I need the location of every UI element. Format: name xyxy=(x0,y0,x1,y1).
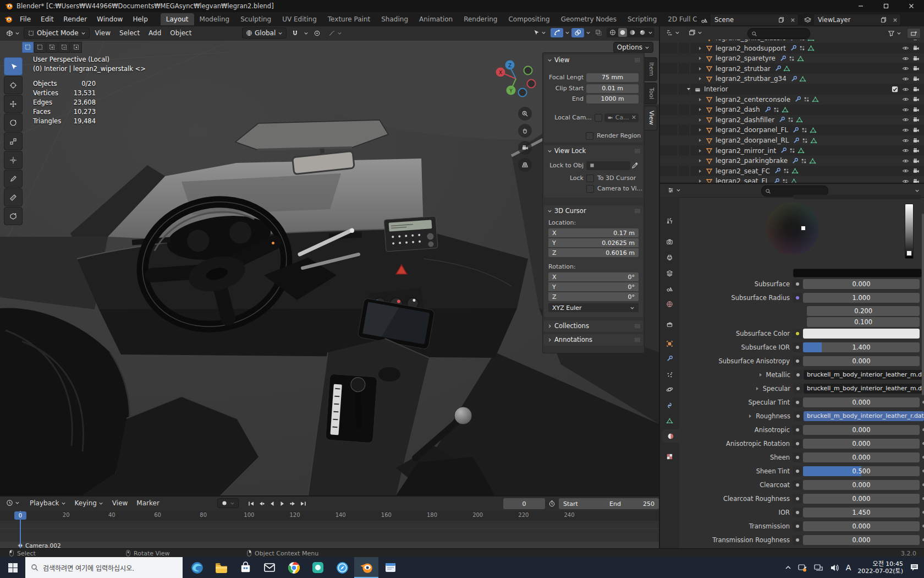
disable-camera-icon[interactable] xyxy=(912,127,920,134)
disable-camera-icon[interactable] xyxy=(912,65,920,72)
menu-window[interactable]: Window xyxy=(92,14,128,25)
properties-tab-modifiers[interactable] xyxy=(660,352,679,365)
outliner-item-label[interactable]: legran2_grille_classic xyxy=(716,40,786,42)
outliner-item-label[interactable]: legran2_sparetyre xyxy=(716,54,776,62)
render-region-checkbox[interactable] xyxy=(586,132,593,140)
rotation-mode-dropdown[interactable]: XYZ Euler xyxy=(548,303,639,312)
cursor-rotation-y-field[interactable]: Y0° xyxy=(548,282,639,291)
hide-eye-icon[interactable] xyxy=(902,45,909,52)
disable-camera-icon[interactable] xyxy=(912,40,920,42)
timeline-menu-keying[interactable]: Keying xyxy=(70,498,108,509)
hide-eye-icon[interactable] xyxy=(902,127,909,134)
property-field-value[interactable]: 0.200 xyxy=(807,306,920,316)
view-panel-header[interactable]: View⣿⣿ xyxy=(544,54,643,66)
tab-shading[interactable]: Shading xyxy=(376,13,414,25)
maximize-button[interactable] xyxy=(873,0,899,12)
expand-arrow-icon[interactable] xyxy=(698,138,702,143)
socket-button[interactable] xyxy=(793,279,802,289)
expand-arrow-icon[interactable] xyxy=(698,149,702,153)
pen-settings-icon[interactable] xyxy=(798,563,807,572)
measure-tool-button[interactable] xyxy=(4,188,23,206)
sidebar-tab-tool[interactable]: Tool xyxy=(645,83,657,104)
pan-button[interactable] xyxy=(518,124,532,138)
taskbar-app-win-app[interactable] xyxy=(378,557,403,578)
tab-compositing[interactable]: Compositing xyxy=(503,13,555,25)
perspective-toggle-button[interactable] xyxy=(518,158,532,172)
current-frame-indicator[interactable]: 0 xyxy=(14,511,26,520)
property-field-value[interactable]: 0.100 xyxy=(807,317,920,327)
expand-arrow-icon[interactable] xyxy=(698,107,702,112)
expand-arrow-icon[interactable] xyxy=(758,373,763,377)
property-field-specular-tint[interactable]: 0.000 xyxy=(803,397,920,407)
outliner-row[interactable]: Interior xyxy=(660,84,924,94)
outliner-editor-button[interactable] xyxy=(663,28,683,37)
timeline-editor-button[interactable] xyxy=(3,498,23,508)
outliner-item-label[interactable]: legran2_dash xyxy=(716,106,760,113)
tweak-tool-button[interactable] xyxy=(4,57,23,75)
shading-rendered-button[interactable] xyxy=(638,28,647,37)
taskbar-app-chrome[interactable] xyxy=(282,557,306,578)
mode-dropdown[interactable]: Object Mode xyxy=(24,28,90,39)
outliner-row[interactable]: legran2_doorpanel_FL xyxy=(660,125,924,135)
lock-object-field[interactable] xyxy=(586,161,630,170)
volume-icon[interactable] xyxy=(830,563,839,572)
transform-orientation-dropdown[interactable]: Global xyxy=(242,28,287,39)
sidebar-tab-view[interactable]: View xyxy=(645,106,657,130)
taskbar-app-blue-app[interactable] xyxy=(330,557,354,578)
outliner-item-label[interactable]: legran2_mirror_int xyxy=(716,147,776,155)
socket-button[interactable] xyxy=(793,452,802,462)
viewport-menu-view[interactable]: View xyxy=(91,28,115,39)
outliner-row[interactable]: legran2_seat_FC xyxy=(660,166,924,176)
menu-render[interactable]: Render xyxy=(58,14,92,25)
collections-header[interactable]: Collections⣿⣿ xyxy=(544,320,643,331)
outliner-item-label[interactable]: legran2_hoodsupport xyxy=(716,45,786,52)
tab-rendering[interactable]: Rendering xyxy=(458,13,503,25)
disable-camera-icon[interactable] xyxy=(912,96,920,103)
cursor-tool-button[interactable] xyxy=(4,76,23,94)
ime-indicator[interactable]: A xyxy=(846,563,851,572)
expand-arrow-icon[interactable] xyxy=(698,67,702,71)
property-field-subsurface[interactable]: 0.000 xyxy=(803,279,920,289)
eyedropper-icon[interactable] xyxy=(631,162,639,169)
socket-button[interactable] xyxy=(793,370,803,380)
clip-end-field[interactable]: 1000 m xyxy=(586,95,639,103)
cursor-rotation-x-field[interactable]: X0° xyxy=(548,272,639,281)
outliner-row[interactable]: legran2_dashfiller xyxy=(660,115,924,125)
shading-material-button[interactable] xyxy=(628,28,637,37)
socket-button[interactable] xyxy=(793,521,802,531)
timeline-ruler[interactable]: 20406080100120140160180200220240 xyxy=(0,511,659,521)
focal-length-field[interactable]: 75 mm xyxy=(586,73,639,82)
property-field-subsurface-ior[interactable]: 1.400 xyxy=(803,342,920,352)
property-field-clearcoat[interactable]: 0.000 xyxy=(803,480,920,490)
taskbar-app-store[interactable] xyxy=(233,557,257,578)
value-slider[interactable] xyxy=(905,204,914,259)
timeline-tracks[interactable] xyxy=(0,521,659,542)
outliner-item-label[interactable]: legran2_seat_FC xyxy=(716,167,770,175)
network-icon[interactable] xyxy=(814,563,823,572)
menu-file[interactable]: File xyxy=(15,14,36,25)
hide-eye-icon[interactable] xyxy=(902,55,909,62)
hide-eye-icon[interactable] xyxy=(902,75,909,83)
select-box-button[interactable] xyxy=(34,42,46,53)
properties-tab-particles[interactable] xyxy=(660,368,679,381)
options-dropdown[interactable]: Options xyxy=(613,42,653,53)
jump-to-end-button[interactable] xyxy=(299,499,308,509)
to-3d-cursor-checkbox[interactable] xyxy=(586,175,594,182)
hide-eye-icon[interactable] xyxy=(902,157,909,165)
scene-icon[interactable] xyxy=(698,14,711,25)
socket-button[interactable] xyxy=(793,508,802,517)
hide-eye-icon[interactable] xyxy=(902,65,909,72)
property-field-subsurface-anisotropy[interactable]: 0.000 xyxy=(803,356,920,366)
notification-center-icon[interactable] xyxy=(910,563,920,572)
outliner-row[interactable]: legran2_dash xyxy=(660,105,924,114)
expand-arrow-icon[interactable] xyxy=(698,118,702,122)
viewlayer-selector[interactable]: ViewLayer xyxy=(801,14,901,26)
outliner-item-label[interactable]: legran2_seat_FL xyxy=(716,177,769,183)
outliner-row[interactable]: legran2_grille_classic xyxy=(660,40,924,43)
outliner-item-label[interactable]: legran2_dashfiller xyxy=(716,116,774,124)
expand-arrow-icon[interactable] xyxy=(698,56,702,61)
taskbar-app-edge[interactable] xyxy=(185,557,209,578)
disable-camera-icon[interactable] xyxy=(912,157,920,165)
socket-button[interactable] xyxy=(793,411,803,421)
taskbar-app-mail[interactable] xyxy=(257,557,282,578)
